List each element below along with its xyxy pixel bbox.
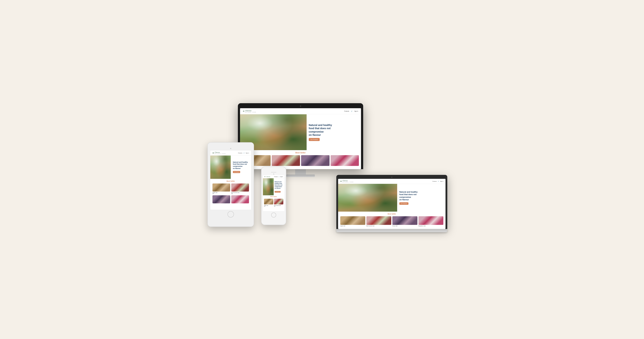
tablet-raspberry-img — [231, 195, 249, 203]
monitor-prune-img — [301, 155, 330, 166]
scene: ✿ Cheewa NATURAL FOOD Products 🛒 Sign in — [197, 103, 447, 236]
laptop-apple-img — [340, 216, 365, 225]
tablet-product-prune[interactable] — [212, 195, 230, 203]
phone-screen: ✿ Cheewa Products 🛒 Sign in — [263, 175, 284, 211]
tablet-redcurrant-price: $18 — [231, 193, 249, 194]
tablet-logo-tagline: NATURAL FOOD — [214, 153, 226, 154]
phone-hero-image — [263, 178, 274, 195]
monitor-bestseller-title: Best Seller — [242, 152, 359, 154]
tablet-product-redcurrant[interactable]: Red Current Jam $18 — [231, 183, 249, 194]
laptop-frame: ✿ Cheewa NATURAL FOOD Products 🛒 Sign in — [336, 175, 447, 229]
laptop-cart-icon: 🛒 — [438, 181, 439, 182]
phone-bestseller-title: Best Seller — [264, 196, 283, 197]
laptop-prune-name: Prune Jam — [392, 225, 418, 226]
tablet-hero: Natural and healthy food that does not c… — [210, 156, 251, 179]
phone-hero: Natural and healthy food that does not c… — [263, 178, 284, 195]
laptop-raspberry-img — [418, 216, 444, 225]
monitor-hero-text: Natural and healthy food that does not c… — [306, 114, 361, 150]
phone-product-apple[interactable]: Apple Jam $12 — [264, 199, 273, 207]
laptop-screen: ✿ Cheewa NATURAL FOOD Products 🛒 Sign in — [338, 179, 446, 229]
phone-nav-products[interactable]: Products — [274, 176, 278, 177]
laptop-base — [336, 229, 447, 232]
monitor-camera — [300, 105, 301, 107]
laptop-logo-brand: Cheewa — [342, 180, 354, 181]
laptop-hero-headline: Natural and healthy food that does not c… — [399, 191, 443, 201]
monitor-product-raspberry[interactable] — [330, 155, 359, 166]
laptop-hero: Natural and healthy food that does not c… — [338, 184, 446, 212]
tablet-bestseller: Best Seller Apple Jam $12 Red Current Ja… — [210, 179, 251, 205]
laptop-hero-image — [338, 184, 397, 212]
laptop-nav-signin[interactable]: Sign in — [440, 181, 443, 182]
monitor-screen: ✿ Cheewa NATURAL FOOD Products 🛒 Sign in — [240, 108, 361, 169]
laptop-website: ✿ Cheewa NATURAL FOOD Products 🛒 Sign in — [338, 179, 446, 228]
phone-hero-text: Natural and healthy food that does not c… — [274, 178, 284, 195]
tablet-redcurrant-img — [231, 183, 249, 192]
tablet-product-apple[interactable]: Apple Jam $12 — [212, 183, 230, 194]
laptop-nav: ✿ Cheewa NATURAL FOOD Products 🛒 Sign in — [338, 179, 446, 184]
monitor-product-prune[interactable] — [301, 155, 330, 166]
tablet-website: ✿ Cheewa NATURAL FOOD Products 🛒 Sign in — [210, 151, 251, 205]
desktop-monitor: ✿ Cheewa NATURAL FOOD Products 🛒 Sign in — [238, 103, 363, 177]
monitor-logo-icon: ✿ — [243, 110, 244, 112]
laptop-prune-img — [392, 216, 418, 225]
phone-redcurrant-price: $18 — [274, 206, 283, 207]
laptop-logo-icon: ✿ — [340, 180, 342, 182]
tablet-home-button[interactable] — [228, 211, 234, 217]
tablet-hero-cta[interactable]: Our Products — [233, 171, 240, 173]
tablet-hero-text: Natural and healthy food that does not c… — [231, 156, 251, 179]
phone-apple-price: $12 — [264, 206, 273, 207]
monitor-hero: Natural and healthy food that does not c… — [240, 114, 361, 150]
laptop-hero-cta[interactable]: Our Products — [399, 202, 408, 205]
phone-camera — [273, 174, 274, 175]
phone-product-redcurrant[interactable]: Red Current Jam $18 — [274, 199, 283, 207]
monitor-hero-cta[interactable]: Our Products — [309, 138, 320, 141]
monitor-product-grid — [242, 155, 359, 166]
tablet-product-raspberry[interactable] — [231, 195, 249, 203]
phone-frame: ✿ Cheewa Products 🛒 Sign in — [261, 167, 286, 225]
laptop-product-redcurrant[interactable]: Red Current Jam — [366, 216, 392, 226]
laptop-product-grid: Apple Jam Red Current Jam Prune Jam — [340, 216, 443, 226]
tablet-apple-price: $12 — [212, 193, 230, 194]
laptop-redcurrant-name: Red Current Jam — [366, 225, 392, 226]
laptop-logo: ✿ Cheewa NATURAL FOOD — [340, 180, 354, 183]
tablet-nav-products[interactable]: Products — [238, 152, 242, 154]
tablet-nav: ✿ Cheewa NATURAL FOOD Products 🛒 Sign in — [210, 151, 251, 156]
tablet-hero-headline: Natural and healthy food that does not c… — [233, 161, 249, 170]
laptop: ✿ Cheewa NATURAL FOOD Products 🛒 Sign in — [336, 175, 447, 232]
laptop-product-apple[interactable]: Apple Jam — [340, 216, 365, 226]
tablet-logo: ✿ Cheewa NATURAL FOOD — [212, 152, 226, 154]
phone-logo: ✿ Cheewa — [264, 176, 270, 177]
laptop-camera — [391, 177, 392, 178]
monitor-logo: ✿ Cheewa NATURAL FOOD — [243, 110, 256, 113]
phone-bestseller: Best Seller Apple Jam $12 Red Current Ja… — [263, 195, 284, 208]
phone-hero-headline: Natural and healthy food that does not c… — [274, 181, 284, 189]
tablet-product-grid: Apple Jam $12 Red Current Jam $18 — [212, 183, 249, 194]
phone-logo-icon: ✿ — [264, 176, 266, 177]
phone-hero-cta[interactable]: Our Products — [274, 191, 281, 193]
monitor-nav-signin[interactable]: Sign in — [354, 111, 358, 112]
monitor-product-redcurrant[interactable] — [272, 155, 300, 166]
phone-redcurrant-img — [274, 199, 283, 204]
tablet: ✿ Cheewa NATURAL FOOD Products 🛒 Sign in — [208, 142, 254, 227]
phone-nav-signin[interactable]: Sign in — [280, 176, 283, 177]
monitor-cart-icon: 🛒 — [351, 111, 352, 112]
phone-speaker — [271, 172, 276, 173]
laptop-nav-links: Products 🛒 Sign in — [432, 181, 443, 182]
laptop-nav-products[interactable]: Products — [432, 181, 437, 182]
phone-logo-brand: Cheewa — [266, 176, 270, 177]
tablet-nav-signin[interactable]: Sign in — [246, 152, 249, 154]
phone: ✿ Cheewa Products 🛒 Sign in — [261, 167, 286, 225]
monitor-nav-products[interactable]: Products — [344, 111, 349, 112]
laptop-product-prune[interactable]: Prune Jam — [392, 216, 418, 226]
phone-cart-icon: 🛒 — [278, 176, 280, 177]
monitor-website: ✿ Cheewa NATURAL FOOD Products 🛒 Sign in — [240, 108, 361, 167]
phone-home-button[interactable] — [271, 212, 276, 217]
tablet-logo-brand: Cheewa — [214, 152, 226, 153]
tablet-bestseller-title: Best Seller — [212, 180, 249, 182]
monitor-stand-neck — [295, 169, 306, 175]
phone-product-grid: Apple Jam $12 Red Current Jam $18 — [264, 199, 283, 207]
tablet-nav-links: Products 🛒 Sign in — [238, 152, 249, 154]
laptop-product-raspberry[interactable]: Raspberry Jam — [418, 216, 444, 226]
monitor-logo-brand: Cheewa — [245, 110, 256, 112]
monitor-logo-tagline: NATURAL FOOD — [245, 112, 256, 113]
